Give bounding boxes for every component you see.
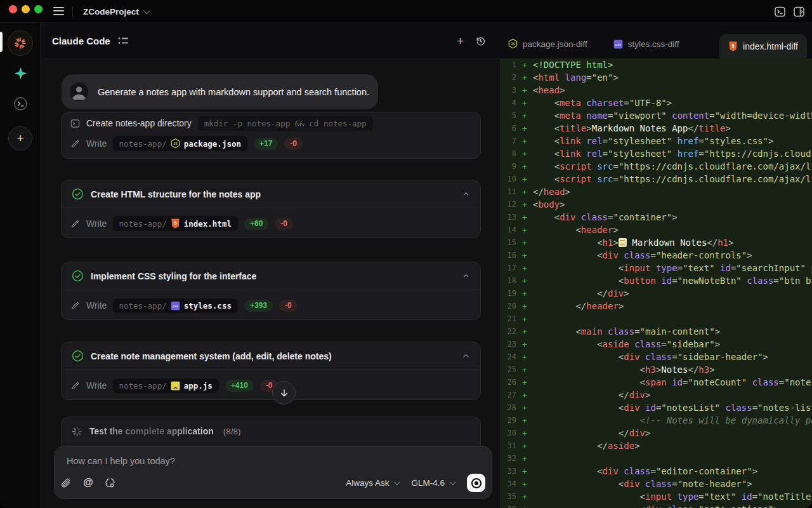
- rail-item-new-session[interactable]: +: [0, 126, 41, 150]
- terminal-icon: [70, 119, 80, 128]
- write-file-row: Writenotes-app/5index.html+60-0: [62, 213, 480, 234]
- history-button[interactable]: [475, 36, 486, 46]
- chevron-up-icon[interactable]: [462, 352, 470, 360]
- diff-line: 3+<head>: [500, 84, 812, 97]
- command-row: Create notes-app directorymkdir -p notes…: [62, 113, 480, 133]
- diff-line: 19+ </div>: [500, 287, 812, 300]
- diff-line: 29+ <!-- Notes will be dynamically popul…: [500, 414, 812, 427]
- scroll-to-bottom-button[interactable]: [272, 381, 296, 404]
- chevron-down-icon: [394, 479, 400, 485]
- diff-line: 17+ <input type="text" id="searchInput" …: [500, 262, 812, 274]
- diff-line: 34+ <div class="note-header">: [500, 478, 812, 490]
- composer-input[interactable]: How can I help you today?: [67, 456, 175, 466]
- permission-mode-selector[interactable]: Always Ask: [346, 478, 398, 488]
- command-text: mkdir -p notes-app && cd notes-app: [198, 116, 373, 131]
- close-window-button[interactable]: [9, 5, 17, 13]
- terminal-panel-icon[interactable]: [775, 6, 785, 17]
- diff-line: 1+<!DOCTYPE html>: [500, 58, 812, 71]
- diff-code-view: 1+<!DOCTYPE html>2+<html lang="en">3+<he…: [500, 58, 812, 508]
- lines-added-badge: +410: [225, 380, 254, 392]
- js-file-icon: JS: [171, 381, 180, 391]
- mention-icon[interactable]: @: [80, 474, 96, 491]
- composer: How can I help you today? @ Always Ask G…: [54, 446, 492, 499]
- titlebar: ZCodeProject: [0, 0, 812, 23]
- project-name: ZCodeProject: [83, 7, 139, 17]
- svg-text:5: 5: [732, 43, 735, 49]
- diff-line: 33+ <div class="editor-container">: [500, 465, 812, 478]
- terminal-circle-icon: [13, 97, 28, 111]
- diff-line: 15+ <h1> Markdown Notes</h1>: [500, 236, 812, 249]
- diff-tabs: JSpackage.json-diffcssstyles.css-diff5in…: [500, 23, 812, 58]
- tab-styles.css-diff[interactable]: cssstyles.css-diff: [609, 29, 684, 58]
- voice-record-button[interactable]: [467, 474, 485, 492]
- memo-emoji: [619, 238, 627, 247]
- svg-text:css: css: [173, 304, 178, 308]
- lines-removed-badge: -0: [279, 300, 298, 312]
- write-label: Write: [86, 138, 107, 149]
- tab-index.html-diff[interactable]: 5index.html-diff: [719, 34, 807, 58]
- app-window: ZCodeProject: [0, 0, 812, 508]
- rail-item-assistant[interactable]: [0, 66, 41, 81]
- model-selector[interactable]: GLM-4.6: [411, 478, 454, 488]
- html-file-icon: 5: [171, 218, 180, 229]
- write-file-row: Writenotes-app/JSpackage.json+17-0: [62, 133, 480, 154]
- chevron-up-icon[interactable]: [462, 272, 470, 280]
- file-chip[interactable]: notes-app/JSpackage.json: [113, 136, 247, 151]
- check-circle-icon: [72, 350, 84, 362]
- task-card-header[interactable]: Create HTML structure for the notes app: [62, 180, 480, 208]
- attach-file-icon[interactable]: [58, 474, 74, 491]
- file-chip[interactable]: notes-app/5index.html: [113, 216, 238, 231]
- diff-line: 5+ <meta name="viewport" content="width=…: [500, 109, 812, 122]
- tab-package.json-diff[interactable]: JSpackage.json-diff: [504, 29, 592, 58]
- svg-text:JS: JS: [173, 385, 178, 389]
- task-card-header[interactable]: Test the complete application(8/8): [62, 417, 480, 445]
- rail-item-claude[interactable]: [0, 30, 41, 56]
- user-message: Generate a notes app with markdown suppo…: [62, 74, 378, 109]
- tab-label: index.html-diff: [743, 41, 798, 51]
- left-rail: +: [0, 23, 41, 508]
- svg-text:5: 5: [174, 220, 176, 226]
- chat-header: Claude Code +: [41, 23, 500, 58]
- chevron-up-icon[interactable]: [462, 190, 470, 198]
- mcp-brain-icon[interactable]: [102, 474, 119, 491]
- diff-line: 25+ <h3>Notes</h3>: [500, 363, 812, 376]
- write-label: Write: [86, 218, 107, 229]
- toggle-right-panel-icon[interactable]: [794, 6, 804, 17]
- diff-line: 28+ <div id="notesList" class="notes-lis…: [500, 401, 812, 414]
- minimize-window-button[interactable]: [22, 5, 30, 13]
- spinner-icon: [72, 426, 82, 437]
- file-chip[interactable]: notes-app/JSapp.js: [113, 378, 218, 393]
- task-card: Implement CSS styling for the interfaceW…: [61, 262, 481, 320]
- file-name: app.js: [184, 381, 213, 391]
- diff-line: 2+<html lang="en">: [500, 71, 812, 84]
- plus-icon: +: [8, 126, 32, 150]
- diff-line: 24+ <div class="sidebar-header">: [500, 351, 812, 363]
- file-dir: notes-app/: [119, 381, 166, 391]
- css-file-icon: css: [171, 301, 180, 311]
- diff-line: 4+ <meta charset="UTF-8">: [500, 97, 812, 109]
- task-card: Create note management system (add, edit…: [61, 342, 481, 400]
- file-chip[interactable]: notes-app/cssstyles.css: [113, 298, 238, 313]
- sparkle-icon: [13, 66, 28, 81]
- file-dir: notes-app/: [119, 139, 166, 149]
- diff-line: 10+ <script src="https://cdnjs.cloudflar…: [500, 173, 812, 185]
- html-file-icon: 5: [728, 41, 738, 51]
- task-progress: (8/8): [223, 427, 241, 436]
- chat-title: Claude Code: [52, 36, 110, 46]
- write-file-row: Writenotes-app/JSapp.js+410-0: [62, 375, 480, 396]
- json-file-icon: JS: [508, 39, 518, 49]
- write-label: Write: [86, 380, 107, 391]
- task-card-header[interactable]: Create note management system (add, edit…: [62, 342, 480, 370]
- diff-line: 7+ <link rel="stylesheet" href="styles.c…: [500, 135, 812, 147]
- new-chat-button[interactable]: +: [457, 35, 464, 47]
- rail-item-terminal[interactable]: [0, 97, 41, 111]
- menu-icon[interactable]: [53, 7, 64, 17]
- zoom-window-button[interactable]: [34, 5, 43, 13]
- chevron-down-icon: [143, 7, 150, 14]
- svg-text:JS: JS: [173, 142, 178, 145]
- command-label: Create notes-app directory: [86, 118, 192, 128]
- task-list-icon[interactable]: [118, 36, 129, 46]
- project-selector[interactable]: ZCodeProject: [83, 0, 148, 23]
- css-file-icon: css: [613, 39, 623, 49]
- task-card-header[interactable]: Implement CSS styling for the interface: [62, 262, 480, 290]
